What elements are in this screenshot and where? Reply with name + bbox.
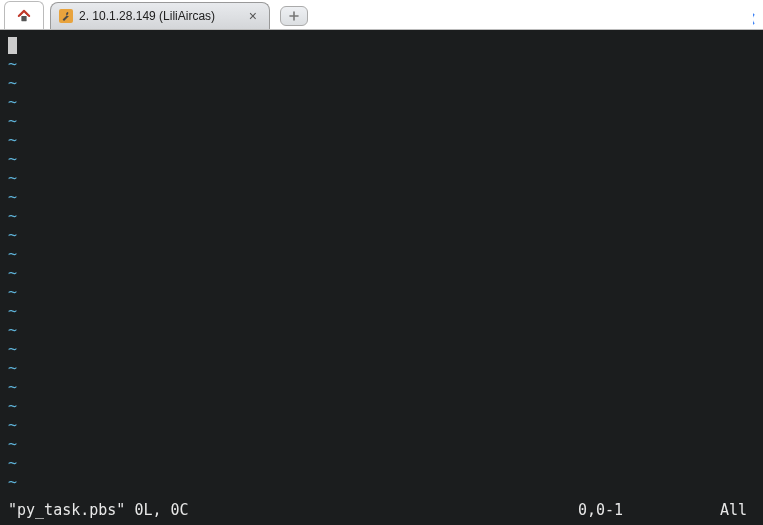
tilde-line: ~: [8, 264, 763, 283]
tilde-line: ~: [8, 226, 763, 245]
cursor-block: [8, 37, 17, 54]
tab-bar: 2. 10.1.28.149 (LiliAircas) ×: [0, 0, 763, 30]
tilde-line: ~: [8, 454, 763, 473]
status-position: 0,0-1: [578, 501, 623, 520]
tilde-line: ~: [8, 359, 763, 378]
tilde-line: ~: [8, 131, 763, 150]
plus-icon: [289, 11, 299, 21]
tilde-line: ~: [8, 302, 763, 321]
terminal-editor[interactable]: ~~~~~~~~~~~~~~~~~~~~~~~ "py_task.pbs" 0L…: [0, 30, 763, 525]
tilde-line: ~: [8, 93, 763, 112]
active-tab[interactable]: 2. 10.1.28.149 (LiliAircas) ×: [50, 2, 270, 29]
tilde-line: ~: [8, 397, 763, 416]
tilde-line: ~: [8, 55, 763, 74]
vim-status-line: "py_task.pbs" 0L, 0C 0,0-1 All: [0, 499, 763, 521]
overflow-indicator: [753, 10, 761, 18]
tab-label: 2. 10.1.28.149 (LiliAircas): [79, 9, 215, 23]
tilde-line: ~: [8, 340, 763, 359]
tilde-line: ~: [8, 150, 763, 169]
tilde-line: ~: [8, 112, 763, 131]
tilde-line: ~: [8, 74, 763, 93]
svg-rect-1: [59, 9, 73, 23]
tilde-line: ~: [8, 435, 763, 454]
tilde-line: ~: [8, 473, 763, 492]
tilde-line: ~: [8, 188, 763, 207]
tilde-line: ~: [8, 245, 763, 264]
close-icon[interactable]: ×: [245, 8, 261, 24]
status-view: All: [720, 501, 747, 520]
new-tab-button[interactable]: [280, 6, 308, 26]
tilde-line: ~: [8, 378, 763, 397]
status-file-info: "py_task.pbs" 0L, 0C: [8, 501, 189, 520]
tilde-line: ~: [8, 169, 763, 188]
home-tab[interactable]: [4, 1, 44, 29]
tilde-line: ~: [8, 416, 763, 435]
wrench-icon: [59, 9, 73, 23]
tilde-line: ~: [8, 283, 763, 302]
tilde-line: ~: [8, 207, 763, 226]
tilde-line: ~: [8, 321, 763, 340]
svg-rect-0: [21, 16, 26, 21]
editor-buffer: ~~~~~~~~~~~~~~~~~~~~~~~: [0, 30, 763, 492]
cursor-line: [8, 36, 763, 55]
home-icon: [17, 9, 31, 23]
